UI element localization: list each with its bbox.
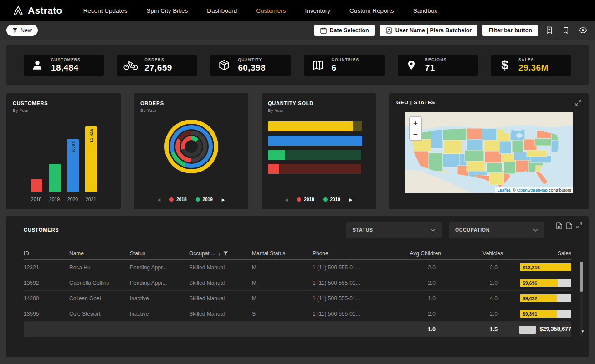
expand-icon[interactable] <box>575 100 581 106</box>
cell-sales: $9,696 <box>503 279 571 287</box>
column-label: Vehicles <box>482 250 503 257</box>
table-row[interactable]: 13595 Cole Stewart Inactive Skilled Manu… <box>24 306 571 322</box>
cell-marital: M <box>252 280 313 286</box>
column-header-name[interactable]: Name <box>69 250 130 257</box>
date-selection-button[interactable]: Date Selection <box>314 25 375 36</box>
orders-donut-chart[interactable] <box>164 120 218 173</box>
bookmark-add-button[interactable] <box>543 25 555 36</box>
kpi-value: 71 <box>425 63 447 73</box>
bar-segment <box>285 150 361 160</box>
legend-prev-icon[interactable]: ◀ <box>157 197 160 202</box>
nav-item-inventory[interactable]: Inventory <box>305 7 331 14</box>
filter-icon[interactable] <box>223 251 228 256</box>
legend-label: 2018 <box>304 197 314 202</box>
kpi-value: 29.36M <box>518 63 549 73</box>
scroll-down-icon[interactable]: ▼ <box>581 329 585 334</box>
brand[interactable]: Astrato <box>13 5 62 16</box>
table-header-row: ID Name Status Occupati... ↓ Marital Sta… <box>24 247 571 260</box>
nav-item-customers[interactable]: Customers <box>256 7 286 14</box>
cell-id: 14200 <box>24 295 69 302</box>
occupation-filter-dropdown[interactable]: OCCUPATION <box>449 222 544 238</box>
brand-name: Astrato <box>28 5 62 16</box>
quantity-bar-row[interactable] <box>268 121 369 131</box>
chevron-down-icon <box>431 228 436 232</box>
scrollbar-thumb[interactable] <box>580 262 583 292</box>
visibility-button[interactable] <box>577 25 589 36</box>
kpi-label: SALES <box>518 57 549 62</box>
user-name-button[interactable]: User Name | Piers Batchelor <box>380 25 477 36</box>
column-label: Marital Status <box>252 250 285 257</box>
charts-row: CUSTOMERS By Year 9.30k 11.42k <box>6 93 589 209</box>
customers-bar[interactable]: 11.42k <box>85 126 97 192</box>
new-filter-button[interactable]: New <box>6 25 38 36</box>
cell-vehicles: 2.0 <box>441 280 503 286</box>
nav-item-custom-reports[interactable]: Custom Reports <box>349 7 394 14</box>
dashboard-content: CUSTOMERS 18,484 ORDERS 27,659 QUANTIT <box>0 40 595 357</box>
legend-dot <box>323 197 328 202</box>
table-scrollbar[interactable] <box>580 261 583 337</box>
nav-item-spin-city-bikes[interactable]: Spin City Bikes <box>146 7 188 14</box>
legend-prev-icon[interactable]: ◀ <box>285 197 288 202</box>
legend-item-2019[interactable]: 2019 <box>196 197 213 202</box>
legend-item-2019[interactable]: 2019 <box>323 197 340 202</box>
column-header-id[interactable]: ID <box>24 250 69 257</box>
legend-next-icon[interactable]: ▶ <box>349 197 353 202</box>
legend-next-icon[interactable]: ▶ <box>222 197 225 202</box>
map-title: GEO | STATES <box>396 100 435 105</box>
quantity-bar-row[interactable] <box>268 136 369 146</box>
sales-value: $9,696 <box>520 280 537 286</box>
cell-occupation: Skilled Manual <box>189 295 252 302</box>
column-header-phone[interactable]: Phone <box>313 250 388 257</box>
customers-bar[interactable] <box>31 179 42 192</box>
cell-avg-children: 1.0 <box>388 295 441 302</box>
nav-item-sandbox[interactable]: Sandbox <box>413 7 437 14</box>
astrato-logo-icon <box>13 5 24 16</box>
package-icon <box>216 59 232 71</box>
column-header-occupation[interactable]: Occupati... ↓ <box>189 250 252 257</box>
export-data-button[interactable] <box>566 222 572 229</box>
quantity-bar-row[interactable] <box>268 150 369 160</box>
chart-title: CUSTOMERS <box>13 101 114 106</box>
dropdown-label: STATUS <box>353 227 373 233</box>
openstreetmap-link[interactable]: OpenStreetMap <box>517 187 548 192</box>
sales-bar: $9,422 <box>520 294 571 302</box>
table-row[interactable]: 13592 Gabriella Collins Pending Appr... … <box>24 275 571 291</box>
sort-desc-icon[interactable]: ↓ <box>218 251 221 256</box>
nav-item-dashboard[interactable]: Dashboard <box>207 7 237 14</box>
leaflet-link[interactable]: Leaflet <box>497 187 510 192</box>
bar-segment <box>353 121 362 131</box>
nav-item-recent-updates[interactable]: Recent Updates <box>83 7 128 14</box>
table-actions <box>556 222 582 229</box>
expand-icon[interactable] <box>576 222 582 229</box>
user-name-label: User Name | Piers Batchelor <box>395 27 472 34</box>
zoom-out-button[interactable]: − <box>410 129 421 140</box>
status-filter-dropdown[interactable]: STATUS <box>346 222 442 238</box>
total-sales-cell: $29,358,677 <box>503 326 571 334</box>
export-xlsx-button[interactable] <box>556 222 562 229</box>
column-header-sales[interactable]: Sales <box>503 250 571 257</box>
map-attribution: Leaflet, © OpenStreetMap contributors <box>495 187 573 193</box>
bookmark-button[interactable] <box>560 25 572 36</box>
column-label: ID <box>24 250 29 257</box>
kpi-sales: $ SALES 29.36M <box>491 55 571 76</box>
us-states-map[interactable]: + − Leaflet, © OpenStreetMap contributor… <box>405 112 573 193</box>
table-row[interactable]: 12321 Rosa Hu Pending Appr... Skilled Ma… <box>24 260 571 275</box>
customers-bar[interactable]: 9.30k <box>67 139 79 192</box>
bar-value-label: 11.42k <box>88 129 93 142</box>
filter-bar-button[interactable]: Filter bar button <box>482 25 538 36</box>
kpi-countries: COUNTRIES 6 <box>304 55 385 76</box>
table-row[interactable]: 14200 Colleen Goel Inactive Skilled Manu… <box>24 291 571 306</box>
legend-item-2018[interactable]: 2018 <box>297 197 314 202</box>
column-header-marital-status[interactable]: Marital Status <box>252 250 313 257</box>
customers-bar[interactable] <box>49 164 61 192</box>
x-axis-labels: 2018 2019 2020 2021 <box>13 197 114 202</box>
x-axis-label: 2018 <box>31 197 42 202</box>
column-header-avg-children[interactable]: Avg Children <box>388 250 441 257</box>
quantity-bar-row[interactable] <box>268 164 369 174</box>
zoom-in-button[interactable]: + <box>410 117 421 129</box>
legend-item-2018[interactable]: 2018 <box>169 197 186 202</box>
column-header-status[interactable]: Status <box>130 250 189 257</box>
kpi-value: 6 <box>332 63 359 73</box>
cell-avg-children: 2.0 <box>388 311 441 317</box>
column-header-vehicles[interactable]: Vehicles <box>441 250 503 257</box>
